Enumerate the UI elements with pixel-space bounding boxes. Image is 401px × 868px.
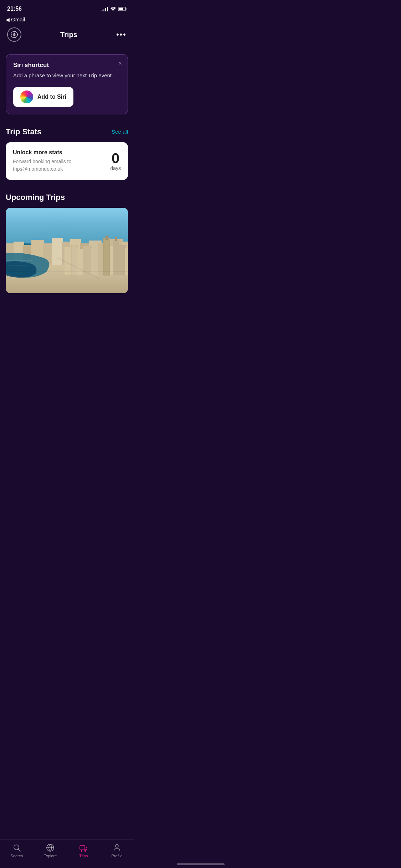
unlock-stats-title: Unlock more stats [13,149,104,156]
main-content: × Siri shortcut Add a phrase to view you… [0,47,134,336]
stats-description: Forward booking emails to trips@momondo.… [13,158,104,173]
svg-rect-14 [52,238,63,265]
status-time: 21:56 [7,6,22,12]
svg-rect-2 [126,8,127,10]
siri-button-label: Add to Siri [37,94,66,100]
battery-icon [118,7,127,11]
close-button[interactable]: × [119,60,122,67]
header: Trips ••• [0,25,134,47]
siri-shortcut-card: × Siri shortcut Add a phrase to view you… [6,54,128,114]
stats-card: Unlock more stats Forward booking emails… [6,142,128,180]
svg-rect-32 [106,236,108,240]
stats-count: 0 [110,151,121,165]
signal-icon [102,6,108,11]
svg-rect-30 [125,248,128,275]
see-all-button[interactable]: See all [112,129,128,135]
svg-rect-31 [103,238,110,275]
back-arrow-icon: ◀ [6,17,10,22]
city-aerial-image [6,208,128,293]
svg-rect-22 [64,247,72,275]
menu-button[interactable]: ••• [116,30,127,39]
trip-stats-title: Trip Stats [6,127,41,136]
status-icons [102,6,127,11]
back-nav[interactable]: ◀ Gmail [0,16,134,25]
svg-rect-34 [115,237,117,241]
siri-card-title: Siri shortcut [13,62,120,69]
stats-right: 0 days [110,151,121,171]
siri-card-description: Add a phrase to view your next Trip even… [13,72,120,80]
trip-image-card[interactable] [6,208,128,293]
upcoming-trips-section: Upcoming Trips [6,193,128,293]
back-label: Gmail [11,16,25,22]
siri-sphere-icon [20,91,33,103]
upcoming-trips-title: Upcoming Trips [6,193,128,202]
wifi-icon [110,7,116,11]
bottom-spacer [6,293,128,329]
stats-unit: days [110,165,121,171]
page-title: Trips [60,31,77,39]
trip-stats-header: Trip Stats See all [6,127,128,136]
svg-rect-26 [91,248,99,275]
add-to-siri-button[interactable]: Add to Siri [13,87,73,107]
app-logo [7,27,21,42]
svg-rect-1 [119,8,123,10]
stats-left: Unlock more stats Forward booking emails… [13,149,104,173]
status-bar: 21:56 [0,0,134,16]
svg-rect-33 [113,240,119,275]
